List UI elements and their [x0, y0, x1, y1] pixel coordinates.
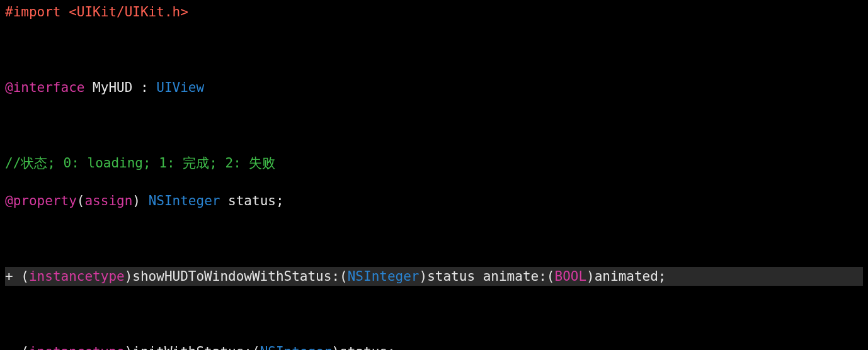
type-uiview: UIView: [156, 80, 204, 95]
comment-line: //状态; 0: loading; 1: 完成; 2: 失败: [5, 154, 863, 172]
paren-open: (: [547, 269, 555, 284]
keyword-property: @property: [5, 193, 77, 208]
keyword-interface: @interface: [5, 80, 84, 95]
method-plus: +: [5, 269, 21, 284]
code-line: @interface MyHUD : UIView: [5, 78, 863, 97]
paren-open: (: [252, 344, 260, 350]
blank-line: [5, 40, 863, 59]
type-bool: BOOL: [554, 269, 586, 284]
code-line-highlighted: + (instancetype)showHUDToWindowWithStatu…: [5, 267, 863, 286]
import-path: <UIKit/UIKit.h>: [69, 4, 188, 20]
keyword-instancetype: instancetype: [29, 269, 125, 284]
type-nsinteger: NSInteger: [260, 344, 332, 350]
preprocessor-directive: #import: [5, 4, 61, 20]
blank-line: [5, 229, 863, 248]
paren-close: ): [586, 269, 595, 284]
paren-close: ): [331, 344, 340, 350]
paren-close: ): [125, 344, 133, 350]
paren-open: (: [21, 344, 29, 350]
method-segment: status animate:: [427, 269, 547, 284]
paren-open: (: [77, 193, 85, 208]
type-nsinteger: NSInteger: [348, 269, 420, 284]
param-status: status;: [340, 344, 396, 350]
code-line: @property(assign) NSInteger status;: [5, 191, 863, 210]
code-line: #import <UIKit/UIKit.h>: [5, 3, 863, 21]
method-minus: -: [5, 344, 21, 350]
blank-line: [5, 305, 863, 324]
paren-open: (: [340, 269, 348, 284]
paren-open: (: [21, 269, 29, 284]
code-block: #import <UIKit/UIKit.h> @interface MyHUD…: [0, 0, 868, 350]
paren-close: ): [125, 269, 133, 284]
blank-line: [5, 116, 863, 135]
identifier-status: status;: [220, 193, 283, 208]
class-name: MyHUD: [93, 80, 132, 95]
paren-close: ): [132, 193, 140, 208]
attr-assign: assign: [84, 193, 132, 208]
code-line: - (instancetype)initWithStatus:(NSIntege…: [5, 342, 863, 350]
comment: //状态; 0: loading; 1: 完成; 2: 失败: [5, 155, 275, 171]
param-animated: animated;: [595, 269, 666, 284]
type-nsinteger: NSInteger: [149, 193, 220, 208]
colon: :: [132, 80, 156, 95]
keyword-instancetype: instancetype: [29, 344, 125, 350]
method-segment: showHUDToWindowWithStatus:: [132, 269, 340, 284]
method-segment: initWithStatus:: [132, 344, 252, 350]
paren-close: ): [420, 269, 428, 284]
